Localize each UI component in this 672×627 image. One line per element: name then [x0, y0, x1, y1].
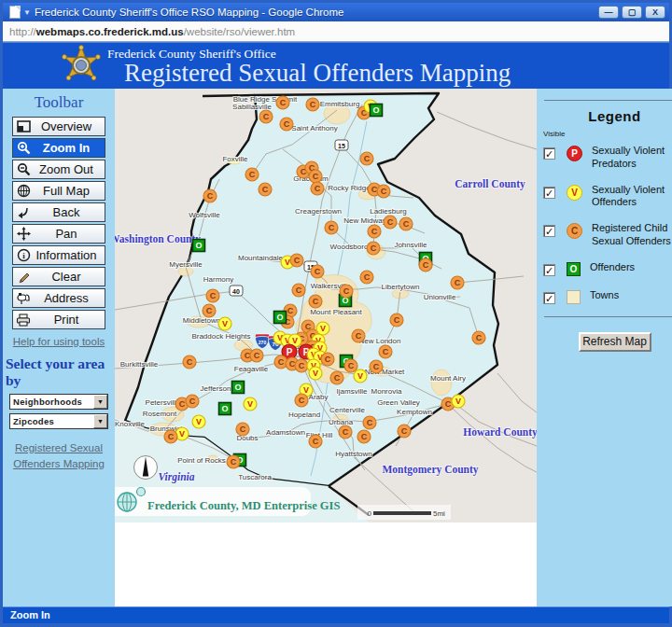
url-path: /website/rso/viewer.htm: [184, 26, 296, 37]
map-marker-v[interactable]: V: [309, 367, 322, 380]
map-marker-c[interactable]: C: [250, 349, 263, 362]
rso-mapping-link[interactable]: Registered Sexual Offenders Mapping: [3, 440, 115, 473]
map-marker-c[interactable]: C: [367, 242, 380, 255]
map-marker-c[interactable]: C: [309, 170, 322, 183]
map-marker-c[interactable]: C: [325, 221, 338, 234]
map-marker-c[interactable]: C: [379, 345, 392, 358]
map-marker-o[interactable]: O: [219, 403, 231, 415]
map-marker-c[interactable]: C: [377, 185, 390, 198]
map-marker-c[interactable]: C: [259, 110, 273, 123]
zoom-out-icon: [13, 162, 34, 176]
map-marker-c[interactable]: C: [360, 152, 373, 165]
svg-text:C: C: [187, 357, 193, 367]
map-marker-c[interactable]: C: [398, 425, 411, 438]
map-marker-v[interactable]: V: [192, 415, 205, 428]
status-text: Zoom In: [10, 609, 50, 620]
predators-checkbox[interactable]: ✓: [543, 147, 555, 160]
map-marker-c[interactable]: C: [339, 425, 352, 439]
map-marker-c[interactable]: C: [311, 182, 324, 195]
clear-button[interactable]: Clear: [12, 267, 105, 286]
close-button[interactable]: X: [645, 6, 665, 19]
page-header: Frederick County Sheriff's Office Regist…: [3, 42, 669, 89]
map-marker-v[interactable]: V: [244, 397, 257, 411]
svg-text:C: C: [207, 191, 214, 201]
dropdown-arrow-icon[interactable]: ▼: [93, 395, 107, 409]
map-marker-o[interactable]: O: [232, 382, 245, 394]
svg-text:C: C: [179, 399, 186, 409]
map-marker-c[interactable]: C: [290, 254, 303, 267]
dropdown-arrow-icon[interactable]: ▼: [93, 414, 107, 428]
minimize-button[interactable]: —: [598, 6, 619, 19]
map-marker-c[interactable]: C: [280, 118, 293, 131]
map-marker-c[interactable]: C: [472, 331, 485, 344]
town-label: Libertytown: [382, 283, 420, 291]
refresh-map-button[interactable]: Refresh Map: [579, 332, 651, 352]
map-marker-c[interactable]: C: [419, 258, 432, 272]
map-marker-c[interactable]: C: [352, 329, 365, 342]
map-marker-o[interactable]: O: [274, 312, 287, 324]
overview-button[interactable]: Overview: [12, 117, 105, 136]
svg-text:C: C: [343, 427, 349, 437]
map-marker-c[interactable]: C: [370, 360, 383, 373]
map-marker-c[interactable]: C: [295, 394, 308, 407]
violent-offenders-checkbox[interactable]: ✓: [543, 187, 555, 199]
favicon-dropdown-icon[interactable]: ▼: [23, 8, 31, 17]
svg-text:i: i: [22, 251, 25, 260]
address-bar[interactable]: http://webmaps.co.frederick.md.us/websit…: [3, 21, 669, 42]
map-marker-c[interactable]: C: [164, 430, 177, 443]
map-marker-o[interactable]: O: [371, 104, 383, 117]
town-label: Myersville: [169, 260, 203, 269]
map-marker-c[interactable]: C: [203, 189, 217, 202]
maximize-button[interactable]: ▢: [622, 6, 642, 19]
map-marker-v[interactable]: V: [218, 317, 231, 330]
pan-button[interactable]: Pan: [12, 224, 105, 244]
map-marker-c[interactable]: C: [360, 271, 373, 284]
map-marker-c[interactable]: C: [321, 353, 334, 366]
map-marker-c[interactable]: C: [330, 371, 343, 384]
map-marker-c[interactable]: C: [368, 225, 381, 238]
map-marker-c[interactable]: C: [309, 435, 322, 448]
address-button[interactable]: Address: [12, 288, 105, 308]
map-marker-v[interactable]: V: [354, 369, 367, 383]
zoom-out-button[interactable]: Zoom Out: [12, 160, 105, 179]
map-marker-c[interactable]: C: [295, 359, 308, 372]
map-marker-c[interactable]: C: [306, 98, 319, 111]
map-marker-c[interactable]: C: [390, 314, 403, 327]
map-marker-c[interactable]: C: [292, 284, 305, 297]
map-marker-o[interactable]: O: [193, 240, 205, 252]
map-marker-c[interactable]: C: [276, 96, 289, 109]
map-marker-c[interactable]: C: [203, 304, 216, 317]
neighborhoods-dropdown[interactable]: Neighborhoods ▼: [9, 394, 108, 410]
map-marker-c[interactable]: C: [399, 217, 413, 230]
map-marker-c[interactable]: C: [236, 423, 249, 436]
map-marker-c[interactable]: C: [451, 276, 464, 289]
information-button[interactable]: i Information: [12, 245, 105, 265]
zoom-in-button[interactable]: Zoom In: [12, 138, 105, 158]
towns-checkbox[interactable]: ✓: [543, 292, 555, 304]
svg-text:C: C: [284, 119, 290, 129]
map-marker-c[interactable]: C: [363, 416, 376, 429]
map-marker-c[interactable]: C: [206, 289, 219, 302]
zipcodes-dropdown[interactable]: Zipcodes ▼: [9, 413, 108, 429]
full-map-button[interactable]: Full Map: [12, 181, 105, 201]
print-button[interactable]: Print: [12, 310, 105, 329]
map-marker-c[interactable]: C: [227, 455, 240, 468]
map-marker-c[interactable]: C: [344, 359, 357, 372]
map-marker-c[interactable]: C: [259, 183, 272, 196]
map-marker-c[interactable]: C: [183, 355, 196, 369]
back-button[interactable]: Back: [12, 202, 105, 222]
offenders-checkbox[interactable]: ✓: [543, 264, 555, 276]
map-canvas[interactable]: Washington CountyCarroll CountyHoward Co…: [115, 89, 537, 522]
help-link[interactable]: Help for using tools: [3, 336, 115, 347]
map-marker-c[interactable]: C: [245, 168, 259, 181]
map-marker-c[interactable]: C: [357, 430, 371, 443]
map-marker-c[interactable]: C: [340, 285, 353, 298]
child-offenders-checkbox[interactable]: ✓: [543, 225, 555, 237]
map-marker-v[interactable]: V: [316, 322, 329, 335]
map-marker-c[interactable]: C: [186, 395, 199, 408]
map-marker-c[interactable]: C: [384, 216, 397, 229]
map-marker-c[interactable]: C: [311, 265, 324, 278]
svg-text:C: C: [455, 278, 461, 287]
map-marker-c[interactable]: C: [309, 295, 322, 308]
map-marker-v[interactable]: V: [452, 395, 465, 408]
